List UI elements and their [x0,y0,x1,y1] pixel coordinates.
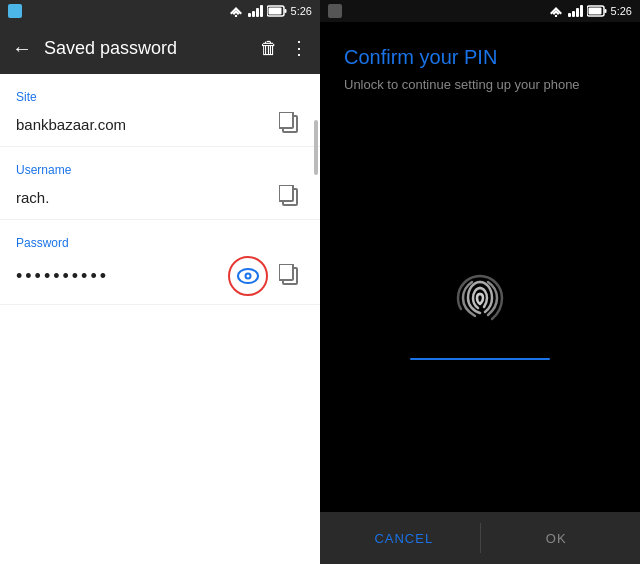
fingerprint-svg [450,268,510,328]
fingerprint-icon [450,268,510,328]
show-password-button[interactable] [228,256,268,296]
status-bar-left: 5:26 [0,0,320,22]
svg-rect-7 [279,112,293,128]
svg-rect-19 [604,9,606,13]
toolbar: ← Saved password 🗑 ⋮ [0,22,320,74]
scroll-indicator [314,120,318,175]
svg-point-17 [554,15,556,17]
ok-button[interactable]: OK [481,512,633,564]
password-actions [228,256,304,296]
password-value: •••••••••• [16,266,228,287]
copy-icon-password [279,264,301,288]
right-panel: 5:26 Confirm your PIN Unlock to continue… [320,0,640,564]
username-actions [276,183,304,211]
copy-icon-site [279,112,301,136]
password-label: Password [16,236,304,250]
pin-title: Confirm your PIN [344,46,616,69]
eye-icon [237,268,259,284]
toolbar-icons: 🗑 ⋮ [260,37,308,59]
signal-icon-left [248,5,263,17]
app-icon-left [8,4,22,18]
password-copy-button[interactable] [276,262,304,290]
username-row: rach. [16,183,304,211]
fingerprint-area [344,132,616,496]
app-icon-right [328,4,342,18]
page-title: Saved password [44,38,248,59]
username-value: rach. [16,189,276,206]
time-left: 5:26 [291,5,312,17]
status-right-right: 5:26 [548,5,632,17]
svg-rect-20 [588,8,601,15]
pin-subtitle: Unlock to continue setting up your phone [344,77,616,92]
svg-rect-4 [284,9,286,13]
username-copy-button[interactable] [276,183,304,211]
site-actions [276,110,304,138]
svg-point-2 [234,15,236,17]
signal-icon-right [568,5,583,17]
delete-button[interactable]: 🗑 [260,38,278,59]
pin-content: Confirm your PIN Unlock to continue sett… [320,22,640,512]
ok-label: OK [546,531,567,546]
battery-icon-right [587,5,607,17]
svg-rect-9 [279,185,293,201]
time-right: 5:26 [611,5,632,17]
site-value: bankbazaar.com [16,116,276,133]
password-field-section: Password •••••••••• [0,220,320,305]
site-row: bankbazaar.com [16,110,304,138]
copy-icon-username [279,185,301,209]
pin-bottom-bar: CANCEL OK [320,512,640,564]
svg-point-12 [247,275,250,278]
username-label: Username [16,163,304,177]
site-copy-button[interactable] [276,110,304,138]
status-bar-right: 5:26 [320,0,640,22]
battery-icon-left [267,5,287,17]
more-options-button[interactable]: ⋮ [290,37,308,59]
svg-rect-5 [268,8,281,15]
left-panel: 5:26 ← Saved password 🗑 ⋮ Site bankbazaa… [0,0,320,564]
pin-input-line [410,358,550,360]
status-right-left: 5:26 [228,5,312,17]
content-area: Site bankbazaar.com Username rach. [0,74,320,564]
cancel-label: CANCEL [374,531,433,546]
cancel-button[interactable]: CANCEL [328,512,480,564]
svg-rect-14 [279,264,293,280]
back-button[interactable]: ← [12,37,32,60]
site-field-section: Site bankbazaar.com [0,74,320,147]
wifi-icon-right [548,5,564,17]
site-label: Site [16,90,304,104]
username-field-section: Username rach. [0,147,320,220]
wifi-icon [228,5,244,17]
password-row: •••••••••• [16,256,304,296]
